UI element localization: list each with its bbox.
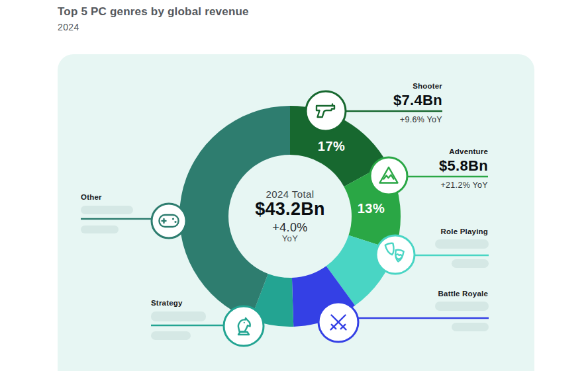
center-yoy-suffix: YoY	[224, 233, 356, 243]
strategy-icon-circle	[224, 306, 264, 346]
shooter-yoy: +9.6% YoY	[336, 115, 442, 124]
adventure-yoy: +21.2% YoY	[382, 181, 488, 190]
donut-chart-canvas: 17%13%	[0, 0, 588, 371]
shooter-label: Shooter	[336, 82, 442, 90]
strategy-label: Strategy	[151, 299, 183, 307]
segment-pct-label: 13%	[358, 201, 385, 216]
shooter-value: $7.4Bn	[336, 92, 442, 109]
other-redacted-value-bar	[81, 206, 133, 214]
segment-pct-label: 17%	[318, 139, 346, 153]
role-playing-redacted-yoy-bar	[452, 259, 489, 268]
center-yoy-delta: +4.0%	[224, 221, 356, 235]
role-playing-redacted-value-bar	[435, 239, 489, 249]
infographic: Top 5 PC genres by global revenue 2024 1…	[0, 0, 588, 371]
other-label: Other	[81, 193, 102, 201]
battle-royale-label: Battle Royale	[382, 290, 488, 298]
other-icon-circle	[152, 204, 186, 238]
battle-royale-redacted-value-bar	[435, 302, 489, 311]
strategy-redacted-yoy-bar	[151, 331, 191, 340]
center-total-value: $43.2Bn	[224, 199, 356, 220]
role-playing-label: Role Playing	[382, 227, 488, 235]
adventure-value: $5.8Bn	[382, 157, 488, 175]
center-total-label: 2024 Total	[224, 188, 356, 200]
adventure-label: Adventure	[382, 147, 488, 155]
strategy-redacted-value-bar	[151, 311, 206, 321]
battle-royale-redacted-yoy-bar	[452, 323, 489, 331]
other-redacted-yoy-bar	[81, 226, 119, 233]
